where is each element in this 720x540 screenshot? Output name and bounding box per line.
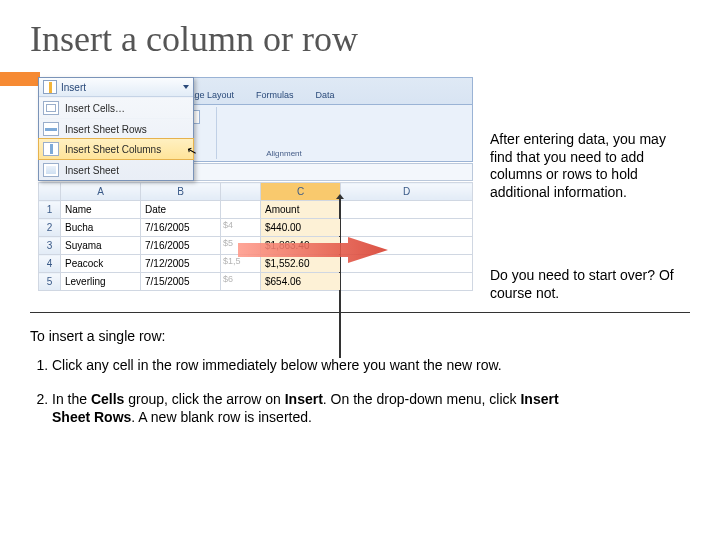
insert-columns-icon bbox=[43, 142, 59, 156]
row-header[interactable]: 4 bbox=[39, 255, 61, 273]
list-item: In the Cells group, click the arrow on I… bbox=[52, 390, 590, 426]
insert-dropdown-menu: Insert Insert Cells… Insert Sheet Rows I… bbox=[38, 77, 194, 181]
cell[interactable] bbox=[341, 237, 473, 255]
page-title: Insert a column or row bbox=[0, 0, 720, 68]
screenshot-illustration: Home Insert Page Layout Formulas Data Pa… bbox=[38, 77, 473, 312]
cell[interactable]: 7/12/2005 bbox=[141, 255, 221, 273]
col-header-c[interactable]: C bbox=[261, 183, 341, 201]
insert-cells-icon bbox=[43, 101, 59, 115]
table-row: 2 Bucha 7/16/2005 $4 $440.00 bbox=[39, 219, 473, 237]
menu-item-label: Insert Sheet bbox=[65, 165, 119, 176]
cell[interactable]: $654.06 bbox=[261, 273, 341, 291]
table-row: 1 Name Date Amount bbox=[39, 201, 473, 219]
cell[interactable] bbox=[341, 219, 473, 237]
row-header[interactable]: 2 bbox=[39, 219, 61, 237]
subheading: To insert a single row: bbox=[30, 328, 165, 344]
select-all-corner[interactable] bbox=[39, 183, 61, 201]
group-alignment-label: Alignment bbox=[219, 149, 349, 158]
spreadsheet-grid: A B C D 1 Name Date Amount 2 Bucha bbox=[38, 182, 473, 291]
insert-rows-icon bbox=[43, 122, 59, 136]
menu-insert-sheet[interactable]: Insert Sheet bbox=[39, 159, 193, 180]
insert-sheet-icon bbox=[43, 163, 59, 177]
cell[interactable]: 7/16/2005 bbox=[141, 219, 221, 237]
col-header-ghost bbox=[221, 183, 261, 201]
menu-item-label: Insert Cells… bbox=[65, 103, 125, 114]
tab-formulas[interactable]: Formulas bbox=[246, 88, 304, 103]
cell[interactable]: $4 bbox=[221, 219, 261, 237]
cell[interactable] bbox=[341, 273, 473, 291]
cell[interactable] bbox=[341, 255, 473, 273]
cell[interactable]: Leverling bbox=[61, 273, 141, 291]
cell[interactable]: 7/16/2005 bbox=[141, 237, 221, 255]
insert-split-button[interactable]: Insert bbox=[39, 78, 193, 97]
cell[interactable]: $5 bbox=[221, 237, 261, 255]
insert-button-label: Insert bbox=[61, 82, 86, 93]
sheet-table: A B C D 1 Name Date Amount 2 Bucha bbox=[38, 182, 473, 291]
menu-insert-sheet-rows[interactable]: Insert Sheet Rows bbox=[39, 118, 193, 139]
col-header-b[interactable]: B bbox=[141, 183, 221, 201]
cell[interactable]: $440.00 bbox=[261, 219, 341, 237]
cell[interactable]: $1,863.40 bbox=[261, 237, 341, 255]
cell[interactable]: Name bbox=[61, 201, 141, 219]
cell[interactable]: $1,552.60 bbox=[261, 255, 341, 273]
menu-item-label: Insert Sheet Rows bbox=[65, 124, 147, 135]
row-header[interactable]: 5 bbox=[39, 273, 61, 291]
divider bbox=[30, 312, 690, 313]
col-header-d[interactable]: D bbox=[341, 183, 473, 201]
cell[interactable]: Bucha bbox=[61, 219, 141, 237]
table-row: 4 Peacock 7/12/2005 $1,5 $1,552.60 bbox=[39, 255, 473, 273]
menu-item-label: Insert Sheet Columns bbox=[65, 144, 161, 155]
list-item: Click any cell in the row immediately be… bbox=[52, 356, 590, 374]
table-row: 3 Suyama 7/16/2005 $5 $1,863.40 bbox=[39, 237, 473, 255]
cell-selected-header[interactable]: Amount bbox=[261, 201, 341, 219]
cell[interactable]: $6 bbox=[221, 273, 261, 291]
instruction-list: Click any cell in the row immediately be… bbox=[30, 356, 590, 443]
column-headers: A B C D bbox=[39, 183, 473, 201]
row-header[interactable]: 1 bbox=[39, 201, 61, 219]
cell[interactable] bbox=[341, 201, 473, 219]
followup-paragraph: Do you need to start over? Of course not… bbox=[490, 267, 690, 302]
col-header-a[interactable]: A bbox=[61, 183, 141, 201]
cell[interactable]: 7/15/2005 bbox=[141, 273, 221, 291]
cell[interactable]: $1,5 bbox=[221, 255, 261, 273]
cell[interactable]: Date bbox=[141, 201, 221, 219]
row-header[interactable]: 3 bbox=[39, 237, 61, 255]
cell[interactable] bbox=[221, 201, 261, 219]
cell[interactable]: Suyama bbox=[61, 237, 141, 255]
group-alignment: Alignment bbox=[219, 107, 349, 159]
intro-paragraph: After entering data, you may find that y… bbox=[490, 131, 690, 201]
cell[interactable]: Peacock bbox=[61, 255, 141, 273]
insert-icon bbox=[43, 80, 57, 94]
table-row: 5 Leverling 7/15/2005 $6 $654.06 bbox=[39, 273, 473, 291]
tab-data[interactable]: Data bbox=[306, 88, 345, 103]
menu-insert-cells[interactable]: Insert Cells… bbox=[39, 97, 193, 118]
chevron-down-icon bbox=[183, 85, 189, 89]
accent-band-fill bbox=[0, 72, 40, 86]
menu-insert-sheet-columns[interactable]: Insert Sheet Columns bbox=[38, 138, 194, 160]
